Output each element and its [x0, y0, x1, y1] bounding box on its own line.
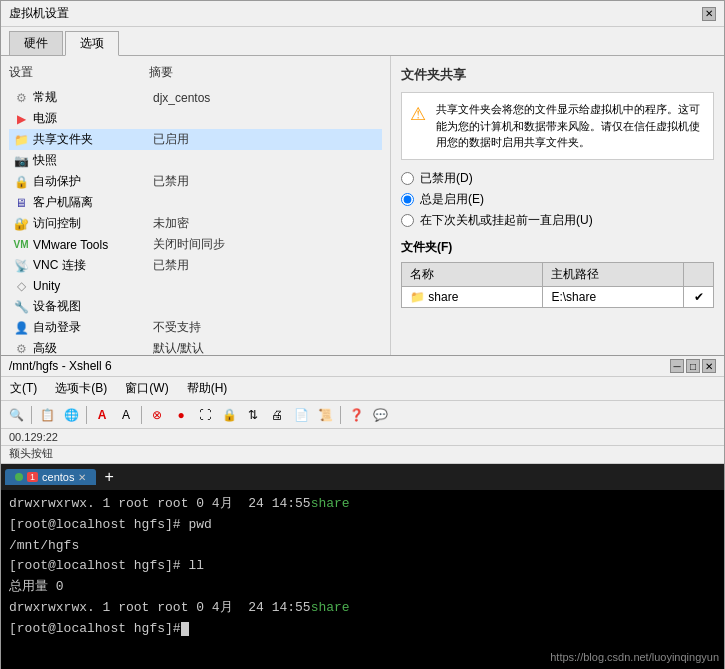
toolbar-connect[interactable]: 🌐 [60, 404, 82, 426]
folder-section-title: 文件夹(F) [401, 239, 714, 256]
item-general-name: 常规 [33, 89, 153, 106]
tab-options[interactable]: 选项 [65, 31, 119, 56]
snapshot-icon: 📷 [13, 153, 29, 169]
session-label: 额头按钮 [9, 446, 53, 461]
xshell-window: /mnt/hgfs - Xshell 6 ─ □ ✕ 文(T) 选项卡(B) 窗… [0, 355, 725, 669]
item-autologin-value: 不受支持 [153, 319, 201, 336]
vnc-icon: 📡 [13, 258, 29, 274]
gear-icon: ⚙ [13, 90, 29, 106]
warning-icon: ⚠ [410, 101, 430, 121]
tab-add-button[interactable]: + [100, 468, 117, 486]
radio-disabled-label: 已禁用(D) [420, 170, 473, 187]
radio-disabled[interactable]: 已禁用(D) [401, 170, 714, 187]
list-item-vnc[interactable]: 📡 VNC 连接 已禁用 [9, 255, 382, 276]
item-autologin-name: 自动登录 [33, 319, 153, 336]
toolbar-record[interactable]: ● [170, 404, 192, 426]
power-icon: ▶ [13, 111, 29, 127]
warning-text: 共享文件夹会将您的文件显示给虚拟机中的程序。这可能为您的计算机和数据带来风险。请… [436, 101, 705, 151]
radio-until-shutdown[interactable]: 在下次关机或挂起前一直启用(U) [401, 212, 714, 229]
xshell-close-button[interactable]: ✕ [702, 359, 716, 373]
toolbar-copy[interactable]: 📄 [290, 404, 312, 426]
radio-always[interactable]: 总是启用(E) [401, 191, 714, 208]
guest-isolation-icon: 🖥 [13, 195, 29, 211]
vm-close-button[interactable]: ✕ [702, 7, 716, 21]
toolbar-script[interactable]: 📜 [314, 404, 336, 426]
vm-left-header: 设置 摘要 [9, 64, 382, 81]
device-view-icon: 🔧 [13, 299, 29, 315]
item-access-value: 未加密 [153, 215, 189, 232]
menu-file[interactable]: 文(T) [7, 379, 40, 398]
list-item-autoprotect[interactable]: 🔒 自动保护 已禁用 [9, 171, 382, 192]
terminal-area[interactable]: drwxrwxrwx. 1 root root 0 4月 24 14:55 sh… [1, 490, 724, 669]
radio-group: 已禁用(D) 总是启用(E) 在下次关机或挂起前一直启用(U) [401, 170, 714, 229]
term-text-6: drwxrwxrwx. 1 root root 0 4月 24 14:55 [9, 598, 311, 619]
xshell-minimize-button[interactable]: ─ [670, 359, 684, 373]
menu-window[interactable]: 窗口(W) [122, 379, 171, 398]
xshell-tabs-row: 1 centos ✕ + [1, 464, 724, 490]
xshell-maximize-button[interactable]: □ [686, 359, 700, 373]
folder-name: share [428, 290, 458, 304]
toolbar-chat[interactable]: 💬 [369, 404, 391, 426]
list-item-general[interactable]: ⚙ 常规 djx_centos [9, 87, 382, 108]
toolbar-font[interactable]: A [91, 404, 113, 426]
vm-title-text: 虚拟机设置 [9, 5, 69, 22]
item-guest-name: 客户机隔离 [33, 194, 153, 211]
folder-row[interactable]: 📁 share E:\share ✔ [402, 286, 714, 307]
col-summary: 摘要 [149, 64, 382, 81]
item-snapshot-name: 快照 [33, 152, 153, 169]
toolbar-transfer[interactable]: ⇅ [242, 404, 264, 426]
toolbar-fullscreen[interactable]: ⛶ [194, 404, 216, 426]
radio-always-label: 总是启用(E) [420, 191, 484, 208]
list-item-guest-isolation[interactable]: 🖥 客户机隔离 [9, 192, 382, 213]
folder-checkbox-cell[interactable]: ✔ [684, 286, 714, 307]
toolbar-sep-4 [340, 406, 341, 424]
tab-hardware[interactable]: 硬件 [9, 31, 63, 55]
toolbar-search[interactable]: 🔍 [5, 404, 27, 426]
list-item-unity[interactable]: ◇ Unity [9, 276, 382, 296]
unity-icon: ◇ [13, 278, 29, 294]
tab-status-dot [15, 473, 23, 481]
xshell-tab-centos[interactable]: 1 centos ✕ [5, 469, 96, 485]
xshell-toolbar: 🔍 📋 🌐 A A ⊗ ● ⛶ 🔒 ⇅ 🖨 📄 📜 ❓ 💬 [1, 401, 724, 429]
menu-help[interactable]: 帮助(H) [184, 379, 231, 398]
radio-until-label: 在下次关机或挂起前一直启用(U) [420, 212, 593, 229]
toolbar-lock[interactable]: 🔒 [218, 404, 240, 426]
autologin-icon: 👤 [13, 320, 29, 336]
item-vmware-tools-name: VMware Tools [33, 238, 153, 252]
term-cursor [181, 622, 189, 636]
menu-tabs[interactable]: 选项卡(B) [52, 379, 110, 398]
vm-right-panel: 文件夹共享 ⚠ 共享文件夹会将您的文件显示给虚拟机中的程序。这可能为您的计算机和… [391, 56, 724, 361]
watermark: https://blog.csdn.net/luoyinqingyun [550, 651, 719, 663]
vm-tabs: 硬件 选项 [1, 27, 724, 56]
list-item-device-view[interactable]: 🔧 设备视图 [9, 296, 382, 317]
access-control-icon: 🔐 [13, 216, 29, 232]
list-item-snapshot[interactable]: 📷 快照 [9, 150, 382, 171]
list-item-power[interactable]: ▶ 电源 [9, 108, 382, 129]
term-highlight-2: share [311, 598, 350, 619]
toolbar-print[interactable]: 🖨 [266, 404, 288, 426]
item-unity-name: Unity [33, 279, 153, 293]
list-item-shared-folder[interactable]: 📁 共享文件夹 已启用 [9, 129, 382, 150]
warning-box: ⚠ 共享文件夹会将您的文件显示给虚拟机中的程序。这可能为您的计算机和数据带来风险… [401, 92, 714, 160]
xshell-session-label: 额头按钮 [1, 446, 724, 464]
list-item-access-control[interactable]: 🔐 访问控制 未加密 [9, 213, 382, 234]
term-prompt: [root@localhost hgfs]# [9, 619, 181, 640]
vm-left-panel: 设置 摘要 ⚙ 常规 djx_centos ▶ 电源 📁 共享文件夹 已启用 📷 [1, 56, 391, 361]
shared-folder-icon: 📁 [13, 132, 29, 148]
folder-table: 名称 主机路径 📁 share E:\share ✔ [401, 262, 714, 308]
toolbar-stop[interactable]: ⊗ [146, 404, 168, 426]
item-autoprotect-value: 已禁用 [153, 173, 189, 190]
tab-number: 1 [27, 472, 38, 482]
term-line-6: drwxrwxrwx. 1 root root 0 4月 24 14:55 sh… [9, 598, 716, 619]
toolbar-sep-1 [31, 406, 32, 424]
list-item-autologin[interactable]: 👤 自动登录 不受支持 [9, 317, 382, 338]
tab-close-button[interactable]: ✕ [78, 472, 86, 483]
toolbar-color[interactable]: A [115, 404, 137, 426]
list-item-vmware-tools[interactable]: VM VMware Tools 关闭时间同步 [9, 234, 382, 255]
term-line-1: drwxrwxrwx. 1 root root 0 4月 24 14:55 sh… [9, 494, 716, 515]
item-vnc-name: VNC 连接 [33, 257, 153, 274]
term-text-1: drwxrwxrwx. 1 root root 0 4月 24 14:55 [9, 494, 311, 515]
item-shared-folder-name: 共享文件夹 [33, 131, 153, 148]
toolbar-help[interactable]: ❓ [345, 404, 367, 426]
toolbar-new-session[interactable]: 📋 [36, 404, 58, 426]
